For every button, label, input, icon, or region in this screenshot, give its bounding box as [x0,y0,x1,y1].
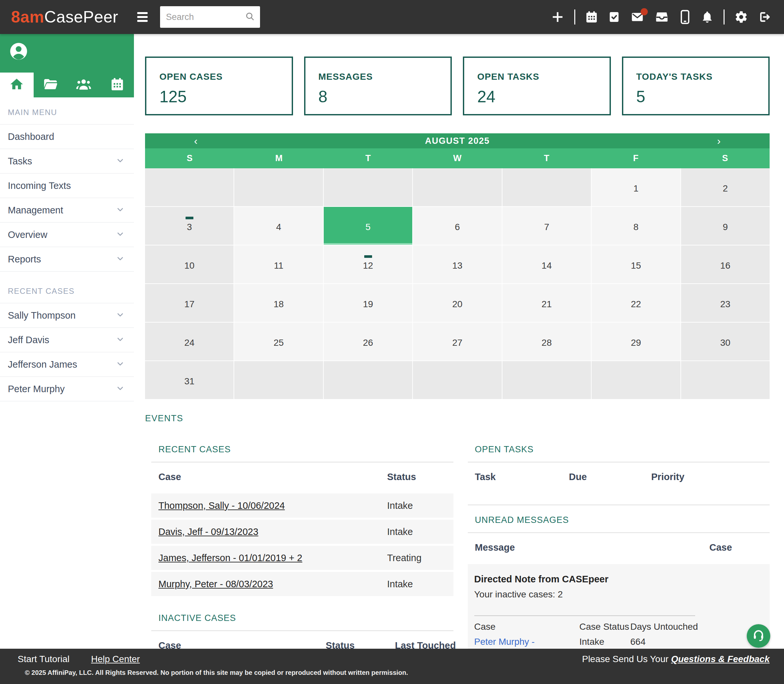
calendar-day-28[interactable]: 28 [502,323,591,360]
stat-cards-row: OPEN CASES125MESSAGES8OPEN TASKS24TODAY'… [145,56,770,115]
bell-icon[interactable] [701,10,714,24]
headset-icon [752,629,765,643]
column-header-status: Status [387,471,416,482]
calendar-day-number: 21 [542,299,552,310]
calendar-day-number: 4 [276,222,281,232]
calendar-day-31[interactable]: 31 [145,361,233,399]
sidebar-case-sally-thompson[interactable]: Sally Thompson [0,303,134,328]
sidebar-item-tasks[interactable]: Tasks [0,149,134,174]
open-tasks-empty [468,494,770,497]
sidebar-header [0,34,134,97]
calendar-day-number: 22 [631,299,641,310]
calendar-day-23[interactable]: 23 [681,284,770,322]
calendar-day-22[interactable]: 22 [592,284,680,322]
signout-icon[interactable] [758,10,771,24]
chevron-down-icon [116,384,124,394]
search-icon[interactable] [245,11,255,23]
calendar-day-2[interactable]: 2 [681,168,770,206]
calendar-day-header: T [324,148,412,168]
calendar-day-20[interactable]: 20 [413,284,501,322]
sidebar-item-reports[interactable]: Reports [0,247,134,271]
mail-icon[interactable] [630,10,644,24]
calendar-day-24[interactable]: 24 [145,323,233,360]
calendar-day-number: 29 [631,337,641,348]
calendar-day-29[interactable]: 29 [592,323,680,360]
calendar-day-1[interactable]: 1 [592,168,680,206]
calendar-day-26[interactable]: 26 [324,323,412,360]
case-link[interactable]: Murphy, Peter - 08/03/2023 [158,579,273,589]
case-link[interactable]: James, Jefferson - 01/01/2019 + 2 [158,553,302,563]
main-content: OPEN CASES125MESSAGES8OPEN TASKS24TODAY'… [134,34,784,684]
start-tutorial-link[interactable]: Start Tutorial [18,654,69,665]
calendar-day-17[interactable]: 17 [145,284,233,322]
case-link[interactable]: Thompson, Sally - 10/06/2024 [158,500,285,511]
table-row: Murphy, Peter - 08/03/2023Intake [151,572,453,596]
calendar-day-5[interactable]: 5 [324,207,412,245]
hamburger-menu-icon[interactable] [137,10,148,24]
status-cell: Treating [387,553,422,563]
recent-cases-section-title: RECENT CASES [151,444,453,455]
gear-icon[interactable] [734,10,748,24]
calendar-day-7[interactable]: 7 [502,207,591,245]
calendar-next-icon[interactable]: › [715,136,723,146]
sidebar-case-jefferson-james[interactable]: Jefferson James [0,352,134,377]
tab-contacts[interactable] [67,73,101,97]
calendar-prev-icon[interactable]: ‹ [192,136,200,146]
calendar-widget: ‹ AUGUST 2025 › SMTWTFS 1234567891011121… [145,133,770,399]
help-center-link[interactable]: Help Center [91,654,140,665]
calendar-day-27[interactable]: 27 [413,323,501,360]
app-logo[interactable]: 8amCasePeer [11,8,118,26]
calendar-empty-cell [502,168,591,206]
calendar-day-18[interactable]: 18 [234,284,323,322]
support-chat-button[interactable] [747,624,770,648]
calendar-day-16[interactable]: 16 [681,245,770,283]
folder-icon [42,76,58,94]
questions-feedback-link[interactable]: Questions & Feedback [671,654,770,664]
sidebar-item-overview[interactable]: Overview [0,223,134,247]
calendar-empty-cell [681,361,770,399]
task-check-icon[interactable] [608,11,620,23]
calendar-day-25[interactable]: 25 [234,323,323,360]
sidebar-case-jeff-davis[interactable]: Jeff Davis [0,328,134,352]
calendar-day-14[interactable]: 14 [502,245,591,283]
sidebar-item-incoming-texts[interactable]: Incoming Texts [0,174,134,198]
calendar-empty-cell [413,168,501,206]
calendar-empty-cell [413,361,501,399]
sidebar-case-peter-murphy[interactable]: Peter Murphy [0,377,134,401]
calendar-day-9[interactable]: 9 [681,207,770,245]
calendar-day-4[interactable]: 4 [234,207,323,245]
user-avatar-icon[interactable] [8,41,29,61]
calendar-day-11[interactable]: 11 [234,245,323,283]
inactive-cases-section-title: INACTIVE CASES [151,613,453,623]
calendar-icon[interactable] [585,10,598,24]
column-header-priority: Priority [651,471,685,482]
search-input[interactable] [165,12,245,23]
calendar-day-8[interactable]: 8 [592,207,680,245]
stat-card-open-cases[interactable]: OPEN CASES125 [145,56,293,115]
inbox-icon[interactable] [654,10,669,24]
calendar-day-number: 6 [455,222,460,232]
calendar-day-21[interactable]: 21 [502,284,591,322]
sidebar-item-dashboard[interactable]: Dashboard [0,124,134,149]
calendar-day-30[interactable]: 30 [681,323,770,360]
calendar-day-19[interactable]: 19 [324,284,412,322]
tab-calendar[interactable] [101,73,134,97]
tab-cases[interactable] [34,73,67,97]
case-link[interactable]: Davis, Jeff - 09/13/2023 [158,526,258,537]
tab-home[interactable] [0,73,34,97]
stat-card-today-s-tasks[interactable]: TODAY'S TASKS5 [622,56,770,115]
right-column: OPEN TASKS TaskDuePriority UNREAD MESSAG… [468,444,770,684]
calendar-day-6[interactable]: 6 [413,207,501,245]
plus-icon[interactable] [551,10,565,24]
phone-icon[interactable] [679,10,691,24]
message-body: Your inactive cases: 2 [474,589,763,600]
calendar-day-15[interactable]: 15 [592,245,680,283]
calendar-day-3[interactable]: 3 [145,207,233,245]
calendar-day-12[interactable]: 12 [324,245,412,283]
calendar-day-13[interactable]: 13 [413,245,501,283]
calendar-day-10[interactable]: 10 [145,245,233,283]
stat-card-messages[interactable]: MESSAGES8 [304,56,452,115]
stat-card-open-tasks[interactable]: OPEN TASKS24 [463,56,611,115]
sidebar-item-management[interactable]: Management [0,198,134,223]
search-box[interactable] [160,6,260,28]
